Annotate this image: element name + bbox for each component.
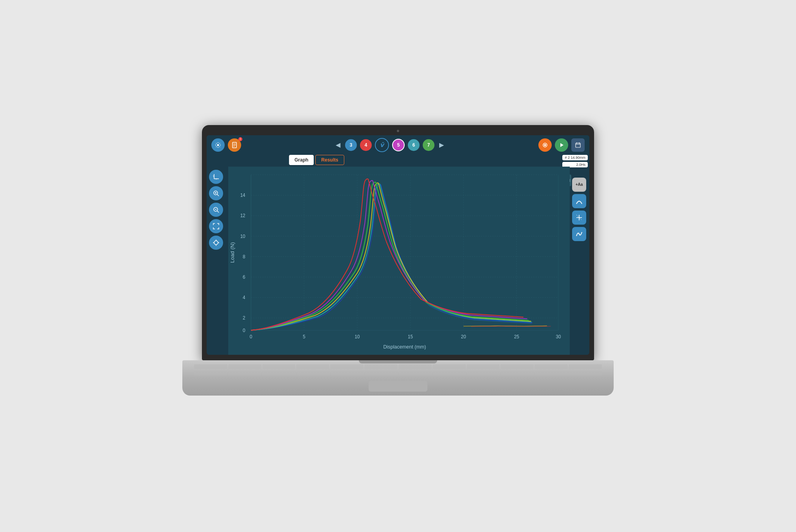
settings-button[interactable] [211,138,225,152]
screen: ! ◀ 3 4 v̄ 5 6 7 ▶ [207,135,589,355]
svg-rect-8 [576,143,580,147]
svg-text:12: 12 [240,212,245,218]
svg-marker-7 [560,143,563,147]
nav-next-button[interactable]: ▶ [438,140,445,150]
zoom-in-button[interactable] [209,186,223,200]
laptop-container: ! ◀ 3 4 v̄ 5 6 7 ▶ [182,125,614,407]
laptop-screen-outer: ! ◀ 3 4 v̄ 5 6 7 ▶ [202,125,594,360]
svg-line-21 [217,211,219,212]
svg-text:25: 25 [514,334,519,340]
nav-circle-6[interactable]: 6 [408,139,420,151]
nav-prev-button[interactable]: ◀ [334,140,342,150]
annotation-button[interactable]: +Aa [572,178,586,192]
svg-text:Displacement (mm): Displacement (mm) [383,343,426,350]
svg-text:5: 5 [303,334,305,340]
camera-dot [397,130,399,132]
axes-button[interactable]: y x [209,170,223,184]
right-toolbar: +Aa [571,174,588,244]
graph-svg: 0 2 4 6 8 10 12 14 0 5 10 15 20 25 30 [228,167,570,355]
laptop-base [182,360,614,396]
tab-bar: Graph Results [289,155,344,165]
graph-area: 0 2 4 6 8 10 12 14 0 5 10 15 20 25 30 [228,167,570,355]
nav-circle-3[interactable]: 3 [345,139,357,151]
svg-text:Load (N): Load (N) [229,242,235,263]
svg-point-6 [544,144,546,146]
arch-button[interactable] [572,194,586,208]
toolbar-left: ! [211,138,241,152]
svg-text:8: 8 [243,254,245,260]
nav-circle-7[interactable]: 7 [423,139,434,151]
specimen-info-badge: # 2 14.90mm [562,155,588,160]
measure-button[interactable] [572,211,586,225]
svg-text:30: 30 [556,334,561,340]
svg-text:0: 0 [250,334,253,340]
svg-point-23 [214,241,218,245]
calendar-button[interactable] [571,138,585,152]
v-label: v̄ [380,141,384,149]
play-button[interactable] [555,138,568,152]
toolbar-right [538,138,585,152]
left-sidebar: y x [207,167,228,253]
svg-text:2: 2 [243,315,245,321]
svg-text:15: 15 [408,334,413,340]
svg-text:14: 14 [240,192,245,198]
top-toolbar: ! ◀ 3 4 v̄ 5 6 7 ▶ [207,135,589,155]
curve-button[interactable] [572,227,586,241]
svg-text:20: 20 [461,334,466,340]
nav-circle-4[interactable]: 4 [360,139,372,151]
svg-text:4: 4 [243,294,245,300]
tab-graph[interactable]: Graph [289,155,314,165]
fit-button[interactable] [209,219,223,233]
main-v-icon: v̄ [375,138,389,152]
notification-badge: ! [238,137,242,141]
crosshair-button[interactable] [209,236,223,250]
record-button[interactable] [538,138,552,152]
svg-text:10: 10 [355,334,360,340]
right-info: # 2 14.90mm 2.0Hs [562,155,588,167]
toolbar-center: ◀ 3 4 v̄ 5 6 7 ▶ [334,138,445,152]
svg-point-0 [217,144,219,146]
tab-results[interactable]: Results [315,155,344,165]
zoom-out-button[interactable] [209,203,223,217]
nav-circle-5[interactable]: 5 [392,139,405,151]
svg-text:10: 10 [240,233,245,239]
document-button[interactable]: ! [228,138,241,152]
svg-text:6: 6 [243,274,245,280]
svg-line-17 [217,194,219,196]
svg-text:0: 0 [243,327,245,333]
